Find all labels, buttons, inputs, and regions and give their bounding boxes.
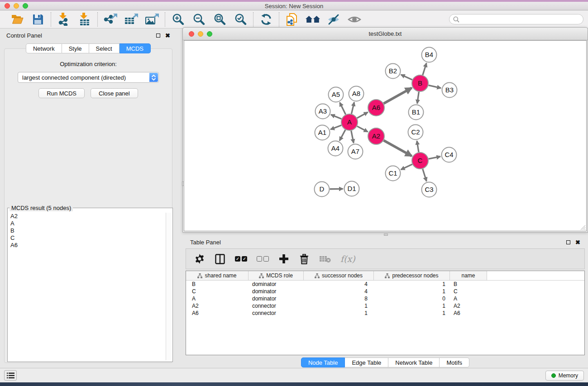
search-field[interactable] <box>449 14 583 24</box>
graph-node-A5[interactable]: A5 <box>329 87 344 102</box>
zoom-fit-icon[interactable] <box>212 12 227 27</box>
network-minimize-button[interactable] <box>198 31 203 37</box>
deselect-all-icon[interactable] <box>257 253 269 265</box>
graph-edge-C-C2[interactable] <box>417 141 419 152</box>
home-icon[interactable] <box>306 12 320 27</box>
save-session-icon[interactable] <box>31 12 45 27</box>
delete-row-icon[interactable] <box>299 253 310 265</box>
zoom-out-icon[interactable] <box>191 12 206 27</box>
graph-node-C[interactable]: C <box>412 152 428 169</box>
import-network-icon[interactable] <box>57 12 71 27</box>
table-cell[interactable]: B <box>450 281 487 287</box>
table-cell[interactable]: 4 <box>304 288 374 295</box>
close-table-panel-icon[interactable]: ✖ <box>575 239 580 245</box>
refresh-icon[interactable] <box>259 12 273 27</box>
panel-splitter-handle[interactable] <box>182 181 184 186</box>
graph-edge-C-C4[interactable] <box>429 157 440 159</box>
mcds-result-item[interactable]: C <box>9 234 165 242</box>
table-cell[interactable]: dominator <box>249 288 304 295</box>
tab-mcds[interactable]: MCDS <box>120 43 151 53</box>
search-input[interactable] <box>462 16 579 23</box>
table-cell[interactable]: 1 <box>374 310 450 316</box>
graph-edge-C-C3[interactable] <box>423 169 427 181</box>
table-cell[interactable]: 1 <box>374 303 450 309</box>
graph-node-B1[interactable]: B1 <box>409 105 424 120</box>
tab-network-table[interactable]: Network Table <box>388 357 440 367</box>
column-layout-icon[interactable] <box>215 253 225 265</box>
graph-edge-A-A8[interactable] <box>351 102 354 114</box>
network-canvas[interactable]: B4B2BB3A5A8A6A3B1AA1C2A2A4A7C4CC1C3DD1 <box>184 40 587 231</box>
table-cell[interactable]: 0 <box>374 295 450 302</box>
table-cell[interactable]: A6 <box>186 310 249 316</box>
graph-node-D1[interactable]: D1 <box>344 181 359 196</box>
column-header-name[interactable]: name <box>450 271 487 280</box>
table-cell[interactable]: A2 <box>450 303 487 309</box>
graph-edge-A-A1[interactable] <box>330 125 341 129</box>
mcds-result-item[interactable]: B <box>9 227 165 234</box>
table-cell[interactable]: A2 <box>186 303 249 309</box>
table-cell[interactable]: C <box>450 288 487 295</box>
graph-node-C1[interactable]: C1 <box>386 166 401 181</box>
table-cell[interactable]: 1 <box>374 281 450 287</box>
graph-edge-A6-B[interactable] <box>384 88 412 104</box>
table-row[interactable]: Adominator80A <box>186 295 584 302</box>
table-cell[interactable]: A <box>450 295 487 302</box>
graph-node-C4[interactable]: C4 <box>442 148 457 162</box>
network-maximize-button[interactable] <box>207 31 212 37</box>
graph-node-B4[interactable]: B4 <box>422 48 437 62</box>
graph-node-D[interactable]: D <box>315 182 330 197</box>
graph-node-A6[interactable]: A6 <box>368 100 384 116</box>
tab-motifs[interactable]: Motifs <box>440 357 469 367</box>
zoom-in-icon[interactable] <box>171 12 185 27</box>
float-panel-icon[interactable] <box>156 33 160 38</box>
window-resize-grip[interactable] <box>580 225 586 230</box>
graph-node-B2[interactable]: B2 <box>386 64 401 79</box>
graph-edge-A-A4[interactable] <box>339 130 345 141</box>
tab-network[interactable]: Network <box>26 43 62 53</box>
table-cell[interactable]: 4 <box>304 281 374 287</box>
tab-style[interactable]: Style <box>62 43 89 53</box>
export-image-icon[interactable] <box>145 12 159 27</box>
table-cell[interactable]: dominator <box>249 295 304 302</box>
column-header-successor-nodes[interactable]: successor nodes <box>304 271 374 280</box>
run-mcds-button[interactable]: Run MCDS <box>38 88 85 98</box>
show-details-eye-icon[interactable] <box>347 12 362 27</box>
float-table-panel-icon[interactable] <box>566 240 570 244</box>
settings-gear-icon[interactable] <box>194 253 205 265</box>
column-header-shared-name[interactable]: shared name <box>186 271 249 280</box>
table-cell[interactable]: 1 <box>374 288 450 295</box>
mcds-result-item[interactable]: A6 <box>9 242 165 249</box>
graph-node-A4[interactable]: A4 <box>328 141 343 156</box>
table-cell[interactable]: connector <box>249 310 304 316</box>
table-cell[interactable]: 1 <box>304 303 374 309</box>
memory-button[interactable]: Memory <box>545 371 584 381</box>
duplicate-network-icon[interactable] <box>285 12 299 27</box>
table-row[interactable]: A2connector11A2 <box>186 302 584 310</box>
graph-node-A2[interactable]: A2 <box>368 128 384 144</box>
export-table-icon[interactable] <box>124 12 139 27</box>
graph-node-A8[interactable]: A8 <box>349 86 364 101</box>
table-cell[interactable]: B <box>186 281 249 287</box>
table-cell[interactable]: dominator <box>249 281 304 287</box>
mcds-result-item[interactable]: A2 <box>9 213 165 220</box>
table-cell[interactable]: C <box>186 288 249 295</box>
graph-node-A7[interactable]: A7 <box>348 144 363 159</box>
mcds-result-item[interactable]: A <box>9 220 165 227</box>
import-table-icon[interactable] <box>77 12 92 27</box>
select-all-icon[interactable]: ✓✓ <box>235 253 247 265</box>
graph-edge-B-B3[interactable] <box>429 85 441 88</box>
graph-edge-A-A2[interactable] <box>357 126 368 132</box>
graph-node-B3[interactable]: B3 <box>442 83 457 98</box>
table-cell[interactable]: 1 <box>304 310 374 316</box>
graph-node-C2[interactable]: C2 <box>408 125 423 140</box>
network-close-button[interactable] <box>189 31 194 37</box>
minimize-window-button[interactable] <box>14 3 19 9</box>
tab-node-table[interactable]: Node Table <box>301 357 345 367</box>
table-row[interactable]: Cdominator41C <box>186 288 584 295</box>
close-panel-button[interactable]: Close panel <box>91 88 138 98</box>
graph-edge-B-B1[interactable] <box>417 92 419 104</box>
export-network-icon[interactable] <box>103 12 118 27</box>
table-row[interactable]: Bdominator41B <box>186 281 584 288</box>
table-cell[interactable]: 8 <box>304 295 374 302</box>
tab-select[interactable]: Select <box>89 43 120 53</box>
